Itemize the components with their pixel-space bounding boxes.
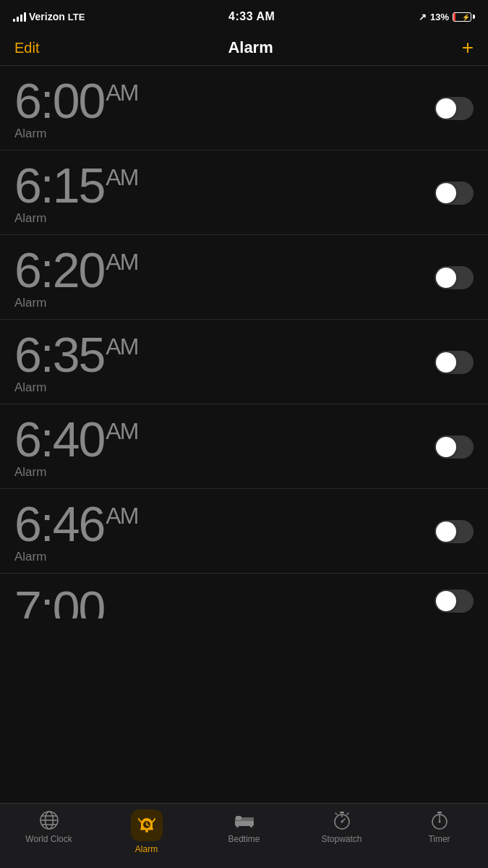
alarm-info: 6:15AM Alarm bbox=[14, 161, 137, 226]
alarm-item-partial: 7:00 bbox=[0, 574, 488, 618]
toggle-knob bbox=[436, 522, 456, 542]
alarm-toggle[interactable] bbox=[435, 351, 474, 374]
alarm-ampm: AM bbox=[106, 80, 137, 106]
alarm-label: Alarm bbox=[14, 296, 137, 310]
alarm-time: 6:35AM bbox=[14, 330, 137, 379]
alarm-info: 6:46AM Alarm bbox=[14, 499, 137, 564]
alarm-time: 6:00AM bbox=[14, 76, 137, 125]
alarm-ampm: AM bbox=[106, 503, 137, 529]
svg-point-25 bbox=[438, 821, 440, 823]
charging-icon: ⚡ bbox=[462, 13, 470, 22]
alarm-label: Alarm bbox=[14, 211, 137, 226]
status-left: Verizon LTE bbox=[13, 11, 85, 22]
svg-line-21 bbox=[335, 813, 337, 814]
alarm-ampm: AM bbox=[106, 164, 137, 190]
alarm-toggle-partial[interactable] bbox=[435, 590, 474, 613]
svg-line-20 bbox=[347, 813, 348, 814]
alarm-time-partial: 7:00 bbox=[14, 584, 104, 618]
alarm-item[interactable]: 6:15AM Alarm bbox=[0, 150, 488, 235]
svg-rect-26 bbox=[437, 812, 442, 814]
tab-alarm-label: Alarm bbox=[135, 844, 158, 854]
toggle-knob bbox=[436, 437, 456, 457]
alarm-toggle[interactable] bbox=[435, 97, 474, 120]
alarm-info: 6:35AM Alarm bbox=[14, 330, 137, 395]
tab-bedtime[interactable]: Bedtime bbox=[195, 809, 293, 844]
svg-rect-14 bbox=[250, 825, 252, 827]
alarm-item[interactable]: 6:40AM Alarm bbox=[0, 404, 488, 489]
svg-rect-19 bbox=[340, 812, 344, 814]
tab-bar: World Clock Alarm bbox=[0, 803, 488, 868]
alarm-info: 6:40AM Alarm bbox=[14, 414, 137, 480]
status-right: ↗ 13% ⚡ bbox=[419, 12, 475, 22]
network-label: LTE bbox=[68, 12, 85, 22]
alarm-toggle[interactable] bbox=[435, 435, 474, 459]
battery-icon: ⚡ bbox=[453, 12, 475, 22]
stopwatch-icon bbox=[331, 809, 353, 831]
alarm-item[interactable]: 6:35AM Alarm bbox=[0, 320, 488, 404]
tab-stopwatch[interactable]: Stopwatch bbox=[293, 809, 390, 844]
tab-timer[interactable]: Timer bbox=[390, 809, 488, 844]
battery-percent: 13% bbox=[430, 12, 449, 22]
timer-icon bbox=[429, 809, 450, 831]
tab-timer-label: Timer bbox=[428, 834, 450, 844]
alarm-item[interactable]: 6:00AM Alarm bbox=[0, 66, 488, 150]
tab-world-clock-label: World Clock bbox=[25, 834, 72, 844]
alarm-toggle[interactable] bbox=[435, 182, 474, 205]
toggle-knob bbox=[436, 591, 456, 611]
globe-icon bbox=[38, 809, 60, 831]
alarm-item[interactable]: 6:46AM Alarm bbox=[0, 489, 488, 574]
add-alarm-button[interactable]: + bbox=[462, 38, 474, 58]
svg-rect-12 bbox=[236, 816, 241, 820]
signal-bars-icon bbox=[13, 12, 26, 22]
alarm-label: Alarm bbox=[14, 465, 137, 480]
toggle-knob bbox=[436, 98, 456, 119]
alarm-tab-bg bbox=[131, 809, 163, 841]
alarm-label: Alarm bbox=[14, 127, 137, 141]
edit-button[interactable]: Edit bbox=[14, 40, 39, 56]
alarm-label: Alarm bbox=[14, 550, 137, 564]
tab-bedtime-label: Bedtime bbox=[228, 834, 260, 844]
nav-bar: Edit Alarm + bbox=[0, 32, 488, 66]
alarm-time: 6:15AM bbox=[14, 161, 137, 210]
alarm-time: 6:20AM bbox=[14, 245, 137, 294]
alarm-item[interactable]: 6:20AM Alarm bbox=[0, 235, 488, 320]
alarm-ampm: AM bbox=[106, 418, 137, 444]
alarm-toggle[interactable] bbox=[435, 520, 474, 543]
svg-point-18 bbox=[341, 821, 343, 823]
location-icon: ↗ bbox=[419, 12, 427, 22]
status-time: 4:33 AM bbox=[228, 10, 275, 23]
alarm-info: 6:20AM Alarm bbox=[14, 245, 137, 310]
status-bar: Verizon LTE 4:33 AM ↗ 13% ⚡ bbox=[0, 0, 488, 32]
alarm-time: 6:46AM bbox=[14, 499, 137, 548]
tab-world-clock[interactable]: World Clock bbox=[0, 809, 98, 844]
svg-rect-13 bbox=[236, 825, 239, 827]
toggle-knob bbox=[436, 183, 456, 203]
toggle-knob bbox=[436, 268, 456, 288]
alarm-toggle[interactable] bbox=[435, 266, 474, 289]
alarm-ampm: AM bbox=[106, 249, 137, 275]
carrier-label: Verizon bbox=[29, 11, 65, 22]
alarm-list: 6:00AM Alarm 6:15AM Alarm 6:20AM Alarm 6… bbox=[0, 66, 488, 618]
alarm-time: 6:40AM bbox=[14, 414, 137, 464]
tab-alarm[interactable]: Alarm bbox=[98, 809, 195, 854]
alarm-label: Alarm bbox=[14, 380, 137, 395]
toggle-knob bbox=[436, 352, 456, 373]
svg-point-6 bbox=[145, 830, 148, 833]
alarm-ampm: AM bbox=[106, 333, 137, 359]
tab-stopwatch-label: Stopwatch bbox=[321, 834, 361, 844]
alarm-info: 6:00AM Alarm bbox=[14, 76, 137, 141]
page-title: Alarm bbox=[228, 38, 273, 57]
bed-icon bbox=[234, 809, 255, 831]
